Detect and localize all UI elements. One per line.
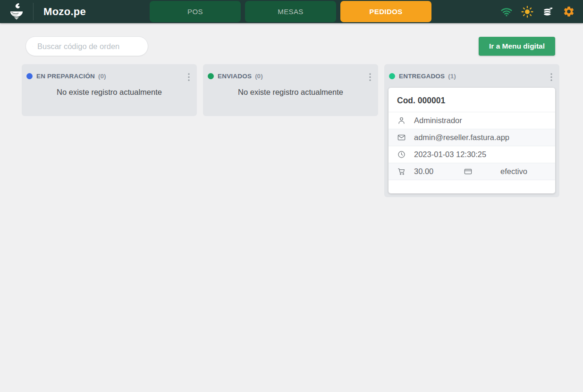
column-title: ENTREGADOS — [399, 73, 445, 80]
digital-menu-button[interactable]: Ir a Menu digital — [479, 37, 555, 56]
clock-icon — [397, 150, 406, 159]
search-order-box[interactable] — [25, 36, 148, 56]
orders-toolbar: Ir a Menu digital — [0, 23, 583, 56]
column-title: ENVIADOS — [218, 73, 252, 80]
order-customer: Administrador — [414, 116, 462, 125]
column-menu-icon[interactable] — [548, 72, 555, 84]
order-customer-row: Administrador — [389, 112, 555, 129]
search-order-input[interactable] — [37, 42, 141, 51]
column-title: EN PREPARACIÓN — [36, 73, 95, 80]
shopping-cart-icon — [397, 167, 406, 176]
column-enviados: ENVIADOS (0) No existe registro actualme… — [203, 64, 378, 116]
navbar-status-icons — [500, 0, 575, 23]
order-payment-row: 30.00 efectivo — [389, 163, 555, 180]
cash-coins-icon[interactable] — [542, 6, 554, 18]
search-icon — [33, 42, 33, 51]
envelope-icon — [397, 133, 406, 142]
tab-pos[interactable]: POS — [150, 1, 241, 22]
order-code: Cod. 000001 — [389, 88, 555, 112]
order-datetime-row: 2023-01-03 12:30:25 — [389, 146, 555, 163]
column-menu-icon[interactable] — [185, 72, 193, 84]
settings-gear-icon[interactable] — [563, 6, 575, 18]
order-email-row: admin@reseller.fastura.app — [389, 129, 555, 146]
status-dot-teal — [389, 73, 395, 79]
empty-message: No existe registro actualmente — [22, 88, 197, 97]
column-en-preparacion: EN PREPARACIÓN (0) No existe registro ac… — [22, 64, 197, 116]
column-count: (0) — [255, 73, 263, 80]
orders-board: EN PREPARACIÓN (0) No existe registro ac… — [0, 56, 583, 197]
order-card[interactable]: Cod. 000001 Administrador admin@reseller… — [389, 88, 555, 193]
tab-mesas[interactable]: MESAS — [245, 1, 336, 22]
app-title: Mozo.pe — [43, 0, 86, 23]
empty-message: No existe registro actualmente — [203, 88, 378, 97]
tab-pedidos[interactable]: PEDIDOS — [340, 1, 431, 22]
column-count: (1) — [448, 73, 456, 80]
column-header: ENVIADOS (0) — [203, 64, 378, 84]
main-tabs: POS MESAS PEDIDOS — [150, 1, 431, 22]
app-logo[interactable] — [6, 1, 27, 23]
top-navbar: Mozo.pe POS MESAS PEDIDOS — [0, 0, 583, 23]
column-header: EN PREPARACIÓN (0) — [22, 64, 197, 84]
column-header: ENTREGADOS (1) — [384, 64, 559, 84]
navbar-divider — [33, 3, 34, 20]
status-dot-blue — [26, 73, 33, 79]
order-amount: 30.00 — [414, 167, 464, 176]
wifi-icon[interactable] — [500, 6, 513, 18]
person-icon — [397, 116, 406, 125]
order-email: admin@reseller.fastura.app — [414, 133, 509, 142]
column-count: (0) — [98, 73, 106, 80]
status-dot-green — [208, 73, 214, 79]
credit-card-icon — [464, 167, 473, 176]
column-menu-icon[interactable] — [366, 72, 374, 84]
payment-method: efectivo — [500, 167, 527, 176]
order-datetime: 2023-01-03 12:30:25 — [414, 150, 486, 159]
coffee-cup-logo-icon — [7, 2, 26, 22]
order-card-footer — [389, 180, 555, 193]
main-content: Ir a Menu digital EN PREPARACIÓN (0) No … — [0, 23, 583, 197]
theme-sun-icon[interactable] — [521, 6, 533, 18]
column-entregados: ENTREGADOS (1) Cod. 000001 Administrador — [384, 64, 559, 197]
